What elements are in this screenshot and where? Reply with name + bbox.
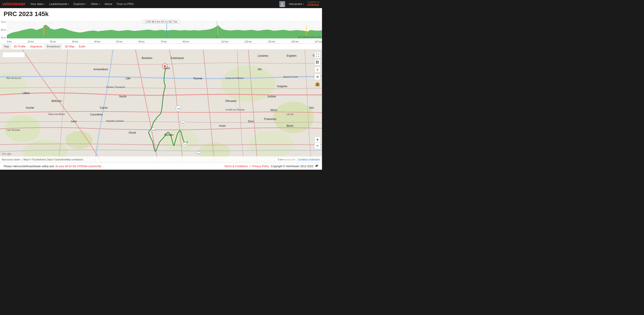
map-controls: Z ⚙ 👤 (314, 52, 321, 91)
logo-viewer: viewer (11, 1, 25, 6)
nav-free-vs-pro[interactable]: Free vs PRO (115, 1, 136, 7)
google-logo: Google (2, 152, 11, 155)
logo-velo: velo (2, 1, 11, 6)
x-label-30: 30 km (72, 41, 78, 43)
tab-breakdown[interactable]: Breakdown (45, 44, 62, 49)
nav-other[interactable]: Other ▾ (89, 1, 102, 7)
svg-rect-22 (44, 25, 44, 35)
svg-point-28 (4, 115, 41, 142)
svg-text:50: 50 (198, 153, 200, 155)
svg-text:125: 125 (176, 108, 180, 110)
chevron-down-icon: ▾ (99, 3, 100, 5)
pegman-icon[interactable]: 👤 (316, 82, 320, 86)
avatar (279, 1, 285, 7)
svg-rect-53 (318, 62, 318, 64)
fullscreen-button[interactable] (314, 52, 321, 58)
terms-link[interactable]: Terms & Conditions (224, 165, 248, 168)
conditions-link[interactable]: Conditions d'utilisation (298, 158, 320, 161)
svg-text:75: 75 (184, 144, 186, 146)
map-area[interactable]: 125 25 100 75 50 VeloViewer ▾ Bondues Es… (0, 50, 322, 163)
x-label-120: 120 km (244, 41, 252, 43)
tab-earth[interactable]: Earth (77, 44, 88, 49)
map-attribution: Maps © Thunderforest, Data © OpenStreetM… (24, 158, 83, 161)
x-label-130: 130 km (268, 41, 275, 43)
x-label-0: 0 km (7, 41, 12, 43)
elevation-x-axis: 0 km 10 km 20 km 30 km 40 km 50 km 60 km… (7, 41, 322, 43)
svg-rect-24 (306, 25, 307, 35)
x-label-140: 140 km (291, 41, 299, 43)
svg-point-30 (66, 131, 92, 149)
svg-point-49 (164, 65, 166, 67)
zoom-in-button[interactable]: + (314, 137, 321, 143)
x-label-40: 40 km (94, 41, 100, 43)
svg-text:100: 100 (152, 129, 155, 131)
chevron-down-icon: ▾ (85, 3, 86, 5)
scale-line (284, 159, 295, 160)
tab-segments[interactable]: Segments (28, 44, 44, 49)
x-label-147: 147 km (314, 41, 322, 43)
nav-user[interactable]: Alexandre ▾ (287, 1, 306, 7)
elevation-stat: 147.183 km 515 m 0 % (298, 36, 321, 39)
navbar: veloviewer Your data ▾ Leaderboards ▾ Ex… (0, 0, 322, 8)
tabs-bar: Map 3D Profile Segments Breakdown 3D Map… (0, 44, 322, 50)
x-label-20: 20 km (50, 41, 56, 43)
svg-rect-52 (316, 62, 317, 64)
zoom-controls: + − (314, 137, 321, 149)
map-bottom-bar: Raccourcis clavier | Maps © Thunderfores… (0, 156, 322, 163)
svg-text:25: 25 (182, 122, 184, 125)
logo[interactable]: veloviewer (2, 1, 25, 7)
tab-3d-profile[interactable]: 3D Profile (12, 44, 28, 49)
map-background: 125 25 100 75 50 (0, 50, 322, 163)
svg-rect-23 (217, 25, 218, 35)
strava-logo: POWERED BY STRAVA (308, 1, 320, 7)
y-label-max: 72 m (1, 21, 6, 23)
svg-point-31 (221, 66, 276, 102)
x-label-70: 70 km (160, 41, 167, 43)
page-title-bar: PRC 2023 145k (0, 8, 322, 20)
footer-right: Terms & Conditions / Privacy Policy Copy… (224, 165, 318, 168)
svg-point-1 (281, 2, 284, 5)
scale-label: 5 km (278, 158, 283, 161)
elevation-y-axis: 72 m 50 m 15 m (1, 21, 6, 39)
y-label-min: 15 m (1, 36, 6, 39)
tab-3d-map[interactable]: 3D Map (63, 44, 76, 49)
footer-cta[interactable]: do your bit for the STRAVA community (55, 165, 102, 168)
chevron-down-icon: ▾ (21, 53, 22, 56)
nav-leaderboards[interactable]: Leaderboards ▾ (47, 1, 71, 7)
pegman-container[interactable]: 👤 (314, 82, 321, 91)
x-label-80: 80 km (183, 41, 189, 43)
privacy-link[interactable]: Privacy Policy (252, 165, 269, 168)
flag-icon: 🏴 (315, 165, 318, 168)
elevation-tooltip: -1.5% 96.5 km 52 m | 50.7 km (142, 20, 180, 24)
nav-about[interactable]: About (103, 1, 114, 7)
scale-bar: 5 km (278, 158, 295, 161)
x-label-50: 50 km (116, 41, 122, 43)
x-label-60: 60 km (138, 41, 144, 43)
strava-icon[interactable]: Z (314, 67, 321, 73)
copyright: Copyright © VeloViewer 2012-2023 (271, 165, 313, 168)
map-provider-button[interactable]: VeloViewer ▾ (2, 52, 25, 58)
chevron-down-icon: ▾ (303, 3, 304, 5)
nav-your-data[interactable]: Your data ▾ (28, 1, 46, 7)
chevron-down-icon: ▾ (43, 3, 44, 5)
page-title: PRC 2023 145k (4, 11, 318, 18)
x-label-10: 10 km (28, 41, 34, 43)
chevron-down-icon: ▾ (68, 3, 69, 5)
footer-safe-text: Please ride/run/ski/board/skate safely a… (4, 165, 54, 168)
nav-explorer[interactable]: Explorer ▾ (72, 1, 88, 7)
svg-rect-51 (318, 61, 318, 62)
y-label-mid: 50 m (1, 29, 6, 31)
zoom-out-button[interactable]: − (314, 143, 321, 149)
footer-suffix: . (102, 165, 103, 168)
keyboard-shortcuts[interactable]: Raccourcis clavier (2, 158, 20, 161)
svg-rect-50 (316, 61, 317, 62)
settings-icon[interactable]: ⚙ (314, 74, 321, 80)
footer: Please ride/run/ski/board/skate safely a… (0, 163, 322, 170)
nav-right-section: Alexandre ▾ POWERED BY STRAVA (279, 1, 320, 7)
elevation-chart: 72 m 50 m 15 m (0, 20, 322, 44)
tab-map[interactable]: Map (2, 44, 11, 49)
footer-divider: / (250, 165, 250, 168)
grid-button[interactable] (314, 59, 321, 66)
x-label-110: 110 km (221, 41, 228, 43)
